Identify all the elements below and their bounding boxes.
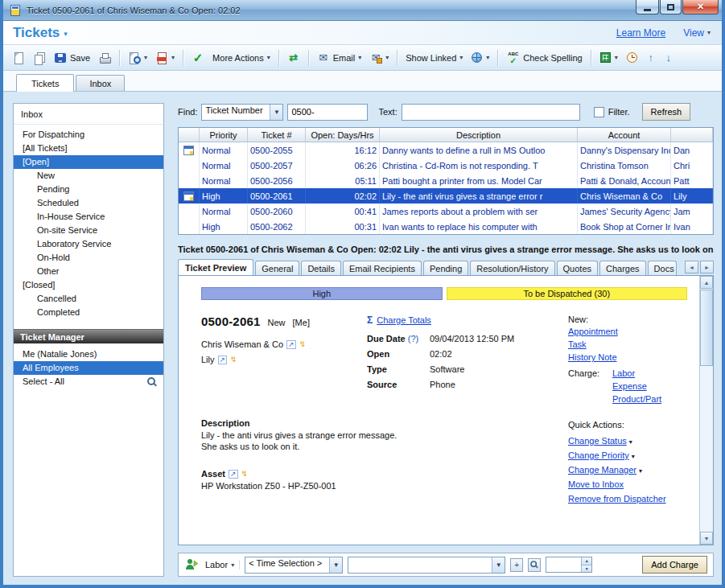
new-task-link[interactable]: Task (568, 339, 687, 349)
tab-details[interactable]: Details (301, 261, 341, 275)
timer-button[interactable] (623, 49, 641, 66)
minimize-button[interactable] (636, 0, 659, 14)
table-row[interactable]: Normal 0500-2056 05:11 Patti bought a pr… (179, 173, 713, 188)
open-asset-icon[interactable]: ↗ (229, 470, 238, 479)
tab-inbox[interactable]: Inbox (76, 75, 125, 91)
quick-link-icon[interactable]: ↯ (299, 340, 306, 348)
tab-ticket-preview[interactable]: Ticket Preview (178, 259, 253, 275)
header-ticket[interactable]: Ticket # (248, 128, 306, 142)
sidebar-item-all-employees[interactable]: All Employees (14, 361, 163, 375)
header-account[interactable]: Account (578, 128, 671, 142)
change-priority-link[interactable]: Change Priority▾ (568, 450, 687, 460)
tab-general[interactable]: General (255, 261, 299, 275)
quick-link-icon[interactable]: ↯ (230, 356, 237, 364)
charge-type-select[interactable]: Labor ▾ (204, 560, 240, 569)
charge-expense-link[interactable]: Expense (612, 381, 661, 391)
open-contact-icon[interactable]: ↗ (218, 356, 228, 364)
sidebar-item-me[interactable]: Me (Natalie Jones) (14, 347, 163, 361)
tab-resolution-history[interactable]: Resolution/History (470, 261, 554, 275)
scroll-up-button[interactable]: ▲ (700, 276, 713, 289)
time-selection-select[interactable]: < Time Selection > ▼ (245, 557, 343, 574)
print-button[interactable] (95, 49, 114, 67)
scrollbar-thumb[interactable] (700, 290, 713, 366)
more-actions-button[interactable]: More Actions▾ (209, 51, 274, 65)
print-preview-button[interactable]: ▾ (125, 49, 150, 67)
tab-quotes[interactable]: Quotes (557, 261, 598, 275)
new-appointment-link[interactable]: Appointment (568, 327, 687, 336)
tab-pending[interactable]: Pending (423, 261, 468, 275)
sidebar-item-select-all[interactable]: Select - All (14, 375, 163, 389)
open-account-icon[interactable]: ↗ (286, 340, 296, 349)
relations-button[interactable]: ⇄ (284, 49, 303, 67)
sidebar-item-closed[interactable]: [Closed] (14, 278, 163, 292)
table-row-selected[interactable]: High 0500-2061 02:02 Lily - the anti vir… (179, 188, 713, 204)
email-options-button[interactable]: ✉▾ (366, 49, 392, 67)
export-pdf-button[interactable]: ▾ (152, 49, 178, 67)
close-button[interactable]: ✕ (682, 0, 719, 14)
preview-scrollbar[interactable]: ▲ ▼ (699, 276, 713, 545)
sidebar-item-scheduled[interactable]: Scheduled (14, 196, 163, 210)
spin-up-button[interactable]: ▲ (582, 557, 591, 565)
tab-tickets[interactable]: Tickets (16, 74, 74, 92)
sidebar-item-open[interactable]: [Open] (14, 155, 163, 169)
tab-scroll-right-button[interactable]: ► (700, 261, 714, 273)
find-field-select[interactable]: Ticket Number ▼ (201, 104, 283, 121)
maximize-button[interactable] (660, 0, 682, 14)
export-excel-button[interactable]: ▾ (596, 49, 621, 66)
change-status-link[interactable]: Change Status▾ (568, 436, 687, 446)
move-to-inbox-link[interactable]: Move to Inbox (568, 479, 687, 489)
table-row[interactable]: Normal 0500-2060 00:41 James reports abo… (179, 204, 713, 219)
charge-totals-link[interactable]: Charge Totals (377, 315, 431, 325)
new-history-note-link[interactable]: History Note (568, 352, 687, 362)
sidebar-item-cancelled[interactable]: Cancelled (14, 292, 163, 306)
filter-checkbox[interactable] (594, 107, 604, 117)
previous-record-button[interactable]: ↑ (643, 49, 659, 67)
table-row[interactable]: Normal 0500-2057 06:26 Christina - Cd-Ro… (179, 158, 713, 173)
sidebar-item-in-house-service[interactable]: In-House Service (14, 210, 163, 224)
table-row[interactable]: Normal 0500-2055 16:12 Danny wants to de… (179, 142, 713, 158)
add-item-button[interactable]: + (510, 558, 523, 572)
text-input[interactable] (402, 104, 580, 121)
header-open[interactable]: Open: Days/Hrs (306, 128, 380, 142)
change-manager-link[interactable]: Change Manager▾ (568, 465, 687, 475)
show-linked-button[interactable]: Show Linked▾ (402, 51, 466, 65)
sidebar-item-other[interactable]: Other (14, 265, 163, 278)
next-record-button[interactable]: ↓ (661, 49, 677, 67)
find-input[interactable] (287, 104, 368, 121)
quantity-stepper[interactable]: ▲ ▼ (546, 557, 592, 573)
check-spelling-button[interactable]: ABC✓Check Spelling (503, 49, 585, 67)
save-button[interactable]: Save (51, 49, 93, 67)
quick-link-icon[interactable]: ↯ (241, 470, 248, 478)
sidebar-item-completed[interactable]: Completed (14, 306, 163, 319)
search-item-button[interactable] (528, 558, 541, 572)
learn-more-link[interactable]: Learn More (616, 27, 665, 39)
item-select[interactable]: ▼ (348, 557, 505, 574)
spin-down-button[interactable]: ▼ (582, 565, 591, 573)
sidebar-item-laboratory-service[interactable]: Laboratory Service (14, 237, 163, 251)
charge-labor-link[interactable]: Labor (612, 368, 661, 378)
sidebar-item-on-site-service[interactable]: On-site Service (14, 224, 163, 237)
sidebar-item-on-hold[interactable]: On-Hold (14, 251, 163, 265)
sidebar-item-new[interactable]: New (14, 169, 163, 183)
tab-email-recipients[interactable]: Email Recipients (343, 261, 422, 275)
tab-scroll-left-button[interactable]: ◄ (685, 261, 698, 273)
tab-docs[interactable]: Docs (648, 261, 677, 275)
tab-charges[interactable]: Charges (599, 261, 646, 275)
header-description[interactable]: Description (380, 128, 578, 142)
module-menu-button[interactable]: Tickets ▾ (13, 25, 68, 41)
complete-button[interactable]: ✓ (188, 49, 208, 67)
charge-product-part-link[interactable]: Product/Part (612, 394, 661, 404)
web-button[interactable]: ▾ (468, 49, 492, 66)
add-charge-button[interactable]: Add Charge (642, 556, 707, 574)
sidebar-item-pending[interactable]: Pending (14, 183, 163, 196)
remove-from-dispatcher-link[interactable]: Remove from Dispatcher (568, 494, 687, 504)
scroll-down-button[interactable]: ▼ (700, 532, 713, 545)
email-button[interactable]: ✉Email▾ (314, 49, 365, 67)
new-ticket-button[interactable] (9, 49, 28, 67)
refresh-button[interactable]: Refresh (642, 103, 691, 121)
copy-button[interactable] (30, 49, 49, 67)
table-row[interactable]: High 0500-2062 00:31 Ivan wants to repla… (179, 219, 713, 234)
sidebar-item-for-dispatching[interactable]: For Dispatching (14, 128, 163, 142)
header-priority[interactable]: Priority (200, 128, 248, 142)
view-menu-button[interactable]: View ▾ (683, 27, 711, 39)
